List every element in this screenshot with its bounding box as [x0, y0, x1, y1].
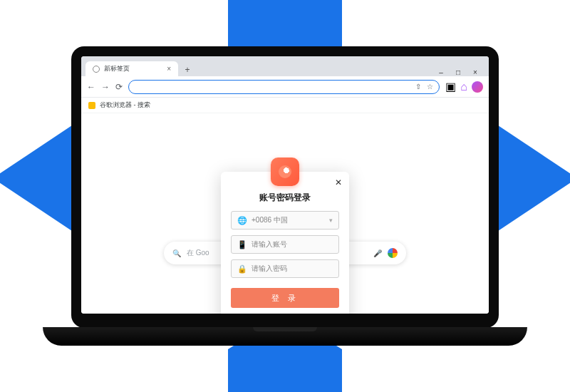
new-tab-button[interactable]: +: [181, 63, 194, 76]
maximize-button[interactable]: □: [455, 68, 462, 76]
extensions-icon[interactable]: ▣: [445, 80, 456, 93]
minimize-button[interactable]: –: [437, 68, 445, 76]
window-controls: – □ ×: [437, 68, 484, 76]
country-code-select[interactable]: 🌐 +0086 中国 ▾: [231, 211, 339, 229]
password-input[interactable]: 🔒 请输入密码: [231, 259, 339, 278]
account-placeholder: 请输入账号: [252, 239, 287, 249]
login-dialog: ✕ 账号密码登录 🌐 +0086 中国 ▾ 📱 请输入账号 🔒 请输入密码: [221, 172, 349, 314]
lock-icon: 🔒: [237, 264, 247, 274]
account-input[interactable]: 📱 请输入账号: [231, 235, 339, 254]
home-icon[interactable]: ⌂: [460, 81, 467, 93]
tab-favicon: [93, 66, 100, 73]
laptop-frame: 新标签页 × + – □ × ← → ⟳ ⇧ ☆: [71, 46, 499, 346]
search-placeholder: 在 Goo: [187, 248, 209, 258]
bookmark-star-icon[interactable]: ☆: [427, 83, 433, 91]
lens-icon[interactable]: [388, 248, 398, 258]
tab-close-icon[interactable]: ×: [167, 65, 171, 73]
bookmark-favicon: [88, 102, 95, 109]
browser-tab[interactable]: 新标签页 ×: [86, 61, 178, 76]
phone-icon: 📱: [237, 240, 247, 249]
profile-avatar[interactable]: [472, 81, 483, 93]
page-content: 🔍 在 Goo 🎤 ✕ 账号密码登录 🌐 +0086 中国 ▾ �: [81, 113, 489, 314]
close-icon[interactable]: ✕: [335, 177, 342, 187]
bookmark-item[interactable]: 谷歌浏览器 - 搜索: [100, 100, 150, 110]
toolbar: ← → ⟳ ⇧ ☆ ▣ ⌂: [81, 76, 489, 98]
login-button[interactable]: 登 录: [231, 288, 339, 308]
close-window-button[interactable]: ×: [472, 68, 479, 76]
bookmarks-bar: 谷歌浏览器 - 搜索: [81, 98, 489, 113]
app-logo-icon: [271, 158, 299, 186]
dialog-title: 账号密码登录: [231, 192, 339, 204]
reload-button[interactable]: ⟳: [115, 82, 123, 92]
share-icon[interactable]: ⇧: [415, 83, 421, 91]
browser-window: 新标签页 × + – □ × ← → ⟳ ⇧ ☆: [81, 56, 489, 314]
address-bar[interactable]: ⇧ ☆: [128, 80, 440, 94]
back-button[interactable]: ←: [87, 82, 95, 92]
forward-button[interactable]: →: [101, 82, 110, 92]
country-value: +0086 中国: [252, 215, 288, 225]
search-icon: 🔍: [172, 249, 181, 257]
tab-title: 新标签页: [104, 64, 130, 73]
tab-bar: 新标签页 × + – □ ×: [81, 56, 489, 76]
mic-icon[interactable]: 🎤: [373, 249, 382, 257]
laptop-base: [43, 327, 527, 346]
chevron-down-icon: ▾: [329, 217, 333, 224]
password-placeholder: 请输入密码: [252, 264, 287, 274]
globe-icon: 🌐: [237, 216, 247, 225]
